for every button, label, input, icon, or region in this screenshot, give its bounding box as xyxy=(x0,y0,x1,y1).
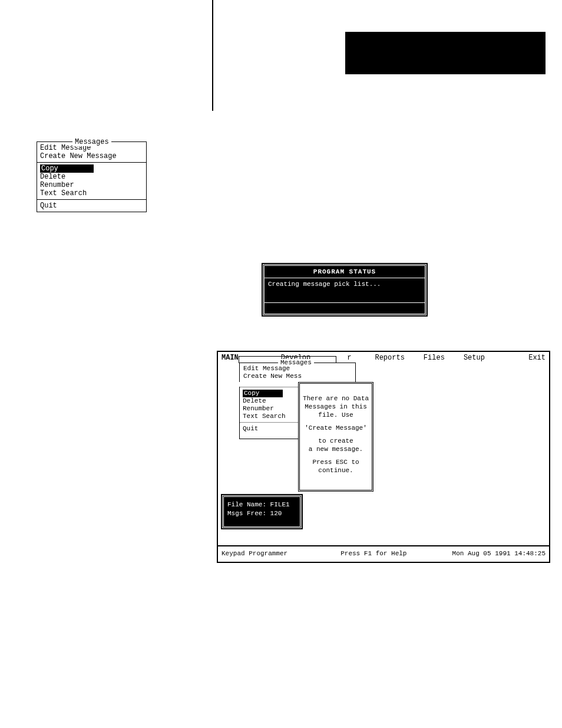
messages-menu-title: Messages xyxy=(72,138,111,146)
no-messages-popup: There are no Data Messages in this file.… xyxy=(298,382,373,492)
statusbar-datetime: Mon Aug 05 1991 14:48:25 xyxy=(452,550,546,557)
app-messages-menu-bottom: Copy Delete Renumber Text Search Quit xyxy=(239,387,300,439)
app-menu-quit[interactable]: Quit xyxy=(243,425,297,433)
chapter-box xyxy=(345,32,546,74)
menubar: MAIN Develop r Reports Files Setup Exit xyxy=(218,352,549,362)
program-status-body: Creating message pick list... xyxy=(265,278,425,303)
app-menu-create-new[interactable]: Create New Mess xyxy=(243,373,352,380)
popup-line: 'Create Message' xyxy=(302,424,369,432)
popup-line: Press ESC to xyxy=(302,458,369,466)
menu-item-copy[interactable]: Copy xyxy=(40,164,143,173)
program-status-box: PROGRAM STATUS Creating message pick lis… xyxy=(263,264,427,315)
menubar-files[interactable]: Files xyxy=(424,354,445,362)
popup-line: file. Use xyxy=(302,411,369,419)
app-menu-delete[interactable]: Delete xyxy=(243,397,297,405)
program-status-title: PROGRAM STATUS xyxy=(265,266,425,278)
file-info-box: File Name: FILE1 Msgs Free: 120 xyxy=(222,495,302,528)
file-name: File Name: FILE1 xyxy=(227,500,296,509)
menu-item-quit[interactable]: Quit xyxy=(40,202,143,210)
menubar-r: r xyxy=(347,354,351,362)
develop-frame-line xyxy=(239,356,336,357)
popup-line: There are no Data xyxy=(302,394,369,403)
menubar-main[interactable]: MAIN xyxy=(222,354,239,362)
app-window: MAIN Develop r Reports Files Setup Exit xyxy=(217,351,550,563)
app-messages-title: Messages xyxy=(278,359,314,367)
menubar-setup[interactable]: Setup xyxy=(464,354,485,362)
statusbar: Keypad Programmer Press F1 for Help Mon … xyxy=(217,545,550,562)
app-menu-text-search[interactable]: Text Search xyxy=(243,413,297,420)
statusbar-left: Keypad Programmer xyxy=(222,550,287,557)
menubar-exit[interactable]: Exit xyxy=(528,354,546,362)
app-messages-menu-top: Messages Edit Message Create New Mess xyxy=(239,363,356,382)
menu-item-renumber[interactable]: Renumber xyxy=(40,181,143,189)
app-menu-copy[interactable]: Copy xyxy=(243,390,297,397)
popup-line: to create xyxy=(302,437,369,445)
menubar-reports[interactable]: Reports xyxy=(375,354,404,362)
popup-line: a new message. xyxy=(302,445,369,453)
msgs-free: Msgs Free: 120 xyxy=(227,509,296,518)
menu-item-delete[interactable]: Delete xyxy=(40,173,143,181)
menu-item-text-search[interactable]: Text Search xyxy=(40,189,143,197)
popup-line: Messages in this xyxy=(302,403,369,411)
menu-item-create-new-message[interactable]: Create New Message xyxy=(40,152,143,160)
popup-line: continue. xyxy=(302,466,369,475)
messages-menu: Messages Edit Message Create New Message… xyxy=(37,141,147,212)
app-menu-renumber[interactable]: Renumber xyxy=(243,405,297,413)
statusbar-help: Press F1 for Help xyxy=(340,550,452,557)
header-divider xyxy=(212,0,213,111)
